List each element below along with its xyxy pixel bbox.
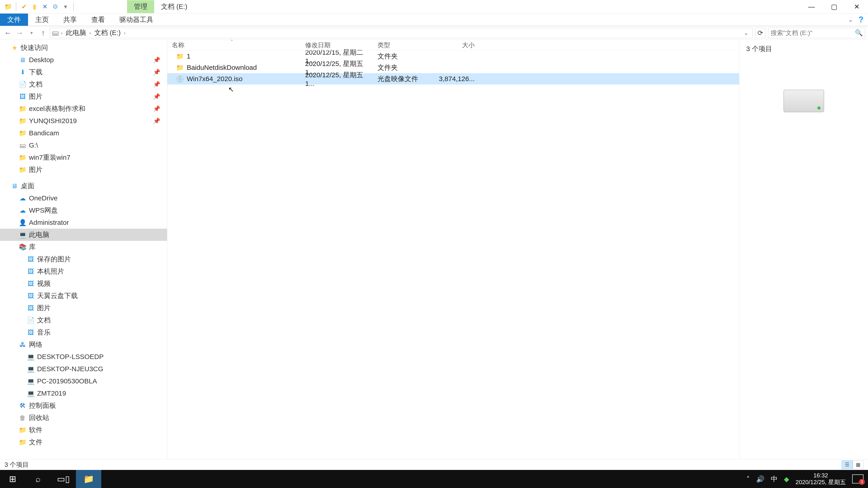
chevron-right-icon[interactable]: › [124, 30, 126, 36]
nav-item[interactable]: 🛠 控制面板 [0, 399, 167, 412]
preview-count: 3 个项目 [746, 44, 772, 54]
nav-item[interactable]: 🖼 天翼云盘下载 [0, 290, 167, 302]
nav-item[interactable]: 💻 ZMT2019 [0, 387, 167, 399]
address-bar[interactable]: 🖴 › 此电脑 › 文档 (E:) › ⌄ [50, 28, 753, 38]
nav-label: 保存的图片 [37, 255, 71, 264]
task-view-button[interactable]: ▭▯ [51, 470, 76, 488]
tab-file[interactable]: 文件 [0, 13, 28, 26]
nav-item[interactable]: 📁 Bandicam [0, 127, 167, 139]
nav-item[interactable]: 🖼 保存的图片 [0, 253, 167, 265]
nav-quick-access[interactable]: ★ 快速访问 [0, 41, 167, 54]
col-header-name[interactable]: 名称 [167, 41, 301, 50]
refresh-button[interactable]: ⟳ [755, 28, 765, 38]
nav-item[interactable]: 📄 文档📌 [0, 78, 167, 90]
folder-icon: 📁 [19, 117, 26, 125]
nav-item[interactable]: 💻 DESKTOP-NJEU3CG [0, 363, 167, 375]
file-row[interactable]: 💿 Win7x64_2020.iso 2020/12/25, 星期五 1... … [167, 73, 739, 85]
up-button[interactable]: ↑ [38, 28, 49, 38]
file-row[interactable]: 📁 BaiduNetdiskDownload 2020/12/25, 星期五 1… [167, 62, 739, 73]
nav-network[interactable]: 🖧 网络 [0, 338, 167, 351]
qat-check-icon[interactable]: ✔ [20, 3, 28, 11]
down-icon: ⬇ [19, 68, 26, 76]
nav-item[interactable]: 📁 YUNQISHI2019📌 [0, 115, 167, 127]
nav-item[interactable]: 🖼 图片📌 [0, 90, 167, 103]
crumb-this-pc[interactable]: 此电脑 [64, 28, 88, 37]
col-header-size[interactable]: 大小 [434, 41, 479, 50]
clock[interactable]: 16:32 2020/12/25, 星期五 [796, 472, 846, 486]
file-name: BaiduNetdiskDownload [187, 64, 257, 71]
tab-view[interactable]: 查看 [84, 13, 112, 26]
drive-icon: 🖴 [19, 142, 26, 149]
tab-drive-tools[interactable]: 驱动器工具 [112, 13, 160, 26]
qat-close-icon[interactable]: ✕ [41, 3, 49, 11]
start-button[interactable]: ⊞ [0, 470, 25, 488]
tray-app-icon[interactable]: ◆ [784, 475, 789, 483]
folder-icon: 📁 [19, 129, 26, 137]
nav-item[interactable]: 🖴 G:\ [0, 139, 167, 151]
ribbon-expand-icon[interactable]: ⌄ [848, 16, 853, 23]
tray-overflow-icon[interactable]: ˄ [746, 475, 750, 483]
back-button[interactable]: ← [3, 28, 13, 38]
desktop-icon: 🖥 [11, 182, 18, 190]
tab-home[interactable]: 主页 [28, 13, 56, 26]
nav-item[interactable]: 🖥 Desktop📌 [0, 54, 167, 66]
nav-item[interactable]: 💻 DESKTOP-LSSOEDP [0, 351, 167, 363]
crumb-drive-e[interactable]: 文档 (E:) [93, 28, 122, 37]
qat-more-icon[interactable]: ▾ [61, 3, 70, 11]
nav-item[interactable]: 📄 文档 [0, 314, 167, 326]
nav-item[interactable]: 📁 图片 [0, 164, 167, 176]
contextual-tab-manage[interactable]: 管理 [127, 0, 154, 13]
nav-item[interactable]: 🖼 视频 [0, 278, 167, 290]
pic-icon: 🖼 [27, 280, 34, 287]
nav-label: 文件 [29, 437, 42, 447]
volume-icon[interactable]: 🔊 [756, 475, 765, 483]
nav-item[interactable]: 🖼 音乐 [0, 326, 167, 338]
nav-item[interactable]: 📁 win7重装win7 [0, 151, 167, 164]
action-center-button[interactable]: 3 [852, 475, 864, 484]
qat-folder-icon[interactable]: ▮ [30, 3, 38, 11]
nav-item[interactable]: 💻 PC-20190530OBLA [0, 375, 167, 387]
nav-item[interactable]: 🗑 回收站 [0, 412, 167, 424]
explorer-taskbar-button[interactable]: 📁 [76, 470, 101, 488]
ime-indicator[interactable]: 中 [771, 475, 778, 484]
col-header-type[interactable]: 类型 [373, 41, 434, 50]
nav-item[interactable]: ⬇ 下载📌 [0, 66, 167, 78]
close-button[interactable]: ✕ [845, 0, 868, 13]
nav-desktop[interactable]: 🖥 桌面 [0, 180, 167, 192]
file-row[interactable]: 📁 1 2020/12/15, 星期二 1... 文件夹 [167, 51, 739, 62]
search-box[interactable]: 🔍 [768, 28, 865, 38]
nav-item[interactable]: 📁 软件 [0, 424, 167, 436]
nav-item[interactable]: ☁ WPS网盘 [0, 204, 167, 217]
window-controls: — ▢ ✕ [800, 0, 868, 13]
nav-label: 文档 [29, 80, 42, 89]
chevron-right-icon[interactable]: › [89, 30, 91, 36]
nav-item[interactable]: 📁 文件 [0, 436, 167, 448]
nav-item[interactable]: 🖼 图片 [0, 302, 167, 314]
nav-item[interactable]: 💻 此电脑 [0, 229, 167, 241]
maximize-button[interactable]: ▢ [823, 0, 845, 13]
chevron-right-icon[interactable]: › [61, 30, 63, 36]
qat-settings-icon[interactable]: ⚙ [51, 3, 59, 11]
tab-share[interactable]: 共享 [56, 13, 84, 26]
clock-time: 16:32 [796, 472, 846, 479]
search-icon[interactable]: 🔍 [855, 29, 863, 37]
nav-item[interactable]: 🖼 本机照片 [0, 265, 167, 278]
nav-item[interactable]: 👤 Administrator [0, 217, 167, 229]
nav-label: 控制面板 [29, 401, 56, 410]
nav-item[interactable]: 📁 excel表格制作求和📌 [0, 103, 167, 115]
navigation-pane[interactable]: ★ 快速访问 🖥 Desktop📌 ⬇ 下载📌 📄 文档📌 🖼 图片📌 📁 ex… [0, 40, 167, 459]
nav-label: 此电脑 [29, 230, 49, 239]
col-header-date[interactable]: 修改日期 [301, 41, 373, 50]
icons-view-button[interactable]: ▦ [852, 460, 864, 469]
minimize-button[interactable]: — [800, 0, 823, 13]
search-input[interactable] [771, 29, 855, 37]
nav-item[interactable]: ☁ OneDrive [0, 192, 167, 204]
nav-item[interactable]: 📚 库 [0, 241, 167, 253]
details-view-button[interactable]: ☰ [842, 460, 852, 469]
address-history-dropdown[interactable]: ⌄ [742, 30, 751, 36]
forward-button[interactable]: → [14, 28, 25, 38]
nav-label: PC-20190530OBLA [37, 377, 97, 385]
recent-dropdown[interactable]: ▾ [26, 28, 37, 38]
search-button[interactable]: ⌕ [25, 470, 51, 488]
help-icon[interactable]: ? [859, 15, 864, 24]
